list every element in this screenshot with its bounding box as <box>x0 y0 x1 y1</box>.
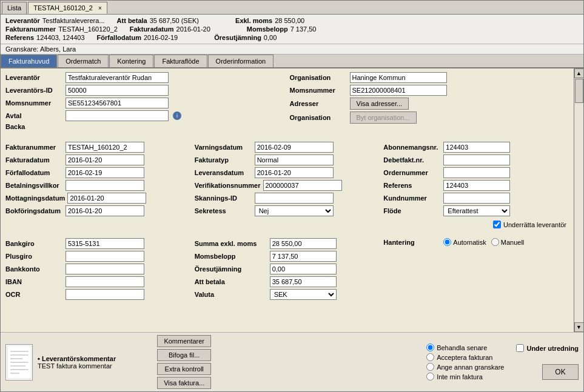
byt-organisation-button[interactable]: Byt organisation... <box>350 111 417 124</box>
fakturadatum-header-value: 2016-01-20 <box>176 25 210 33</box>
tab-ordermatch[interactable]: Ordermatch <box>58 55 109 67</box>
organisation-input[interactable] <box>350 72 447 83</box>
momsnummer-right-label: Momsnummer <box>290 87 347 94</box>
inte-min-faktura-label: Inte min faktura <box>437 373 483 380</box>
oresutjamning-form-input[interactable] <box>270 264 337 274</box>
ange-annan-granskare-label: Ange annan granskare <box>437 364 504 371</box>
bottom-right: Behandla senare Acceptera fakturan Ange … <box>216 335 579 389</box>
debetfakt-input[interactable] <box>443 154 510 165</box>
bottom-left: • Leverantörskommentar TEST faktura komm… <box>5 335 116 389</box>
momsbelopp-form-input[interactable] <box>270 251 337 262</box>
tab-orderinformation[interactable]: Orderinformation <box>208 55 274 67</box>
under-utredning-row[interactable]: Under utredning <box>516 344 579 352</box>
summa-exkl-input[interactable] <box>270 238 337 249</box>
valuta-label: Valuta <box>195 291 267 298</box>
varningsdatum-label: Varningsdatum <box>195 144 252 151</box>
action-radio-group: Behandla senare Acceptera fakturan Ange … <box>426 344 504 380</box>
momsbelopp-form-label: Momsbelopp <box>195 253 267 260</box>
scroll-thumb[interactable] <box>575 79 583 103</box>
varningsdatum-input[interactable] <box>255 142 334 153</box>
ocr-input[interactable] <box>65 289 144 300</box>
avtal-input[interactable] <box>65 110 169 121</box>
referens-form-input[interactable] <box>443 180 510 191</box>
manuell-radio[interactable] <box>491 238 499 246</box>
header-bar: Leverantör Testfakturaleverera... Att be… <box>1 15 583 44</box>
organisation-left-label: Organisation <box>290 114 347 121</box>
bankkonto-input[interactable] <box>65 264 144 274</box>
leverantors-id-input[interactable] <box>65 85 169 96</box>
leveransdatum-input[interactable] <box>255 167 334 178</box>
momsnummer-form-label: Momsnummer <box>5 99 63 107</box>
info-icon[interactable]: i <box>173 111 181 120</box>
fakturanummer-form-input[interactable] <box>65 142 144 153</box>
hantering-label: Hantering <box>383 239 441 246</box>
comment-bullet: • Leverantörskommentar <box>38 355 116 362</box>
tab-close-icon[interactable]: × <box>98 5 102 12</box>
invoice-thumbnail <box>5 344 33 380</box>
sekretess-select[interactable]: Nej Ja <box>255 205 334 216</box>
momsnummer-right-input[interactable] <box>350 85 447 96</box>
kommentarer-button[interactable]: Kommentarer <box>157 335 211 347</box>
ange-annan-granskare-radio[interactable] <box>426 363 434 371</box>
abonnemangsnr-input[interactable] <box>443 142 510 153</box>
extra-kontroll-button[interactable]: Extra kontroll <box>157 363 211 375</box>
bifoga-fil-button[interactable]: Bifoga fil... <box>157 349 211 361</box>
fakturanummer-form-label: Fakturanummer <box>5 144 63 151</box>
comment-area: • Leverantörskommentar TEST faktura komm… <box>38 355 116 370</box>
exkl-moms-label: Exkl. moms <box>235 17 272 24</box>
fakturatyp-input[interactable] <box>255 154 334 165</box>
forfallodatum-header-label: Förfallodatum <box>97 34 141 41</box>
fakturadatum-form-input[interactable] <box>65 154 144 165</box>
ordernummer-input[interactable] <box>443 167 510 178</box>
behandla-senare-radio[interactable] <box>426 344 434 351</box>
tab-lista[interactable]: Lista <box>2 2 27 14</box>
visa-faktura-button[interactable]: Visa faktura... <box>157 377 211 389</box>
granskare-label: Granskare: <box>5 45 38 53</box>
under-utredning-checkbox[interactable] <box>516 344 524 352</box>
att-betala-form-input[interactable] <box>270 276 337 287</box>
plusgiro-input[interactable] <box>65 251 144 262</box>
tab-kontering[interactable]: Kontering <box>109 55 153 67</box>
main-tabs: Fakturahuvud Ordermatch Kontering Faktur… <box>1 55 583 68</box>
kundnummer-input[interactable] <box>443 193 510 204</box>
sekretess-label: Sekretess <box>195 207 252 214</box>
verifikationsnummer-input[interactable] <box>263 180 342 191</box>
acceptera-fakturan-radio[interactable] <box>426 353 434 361</box>
betalningsvillkor-input[interactable] <box>65 180 144 191</box>
tab-fakturaflode[interactable]: Fakturaflöde <box>154 55 207 67</box>
momsnummer-input[interactable] <box>65 98 169 108</box>
tab-active[interactable]: TESTAH_160120_2 × <box>28 2 107 14</box>
main-window: Lista TESTAH_160120_2 × Leverantör Testf… <box>0 0 584 392</box>
ok-button[interactable]: OK <box>542 364 579 380</box>
automatisk-radio[interactable] <box>443 238 451 246</box>
granskare-value: Albers, Lara <box>40 45 76 53</box>
scroll-down-button[interactable]: ▼ <box>574 322 584 332</box>
leverantor-header-value: Testfakturaleverera... <box>42 17 105 24</box>
forfallodatum-form-input[interactable] <box>65 167 144 178</box>
scroll-up-button[interactable]: ▲ <box>574 68 584 78</box>
inte-min-faktura-radio[interactable] <box>426 373 434 380</box>
referens-header-value: 124403, 124403 <box>36 34 85 41</box>
plusgiro-label: Plusgiro <box>5 253 63 260</box>
comment-text: TEST faktura kommentar <box>38 362 112 370</box>
summa-exkl-label: Summa exkl. moms <box>195 240 267 247</box>
organisation-form-label: Organisation <box>290 74 347 81</box>
flode-select[interactable]: Efterattest <box>443 205 510 216</box>
visa-adresser-button[interactable]: Visa adresser... <box>350 98 409 110</box>
forfallodatum-header-value: 2016-02-19 <box>144 34 178 41</box>
iban-input[interactable] <box>65 276 144 287</box>
under-utredning-label: Under utredning <box>526 345 579 352</box>
kundnummer-label: Kundnummer <box>383 194 441 202</box>
bokforingsdatum-input[interactable] <box>65 205 144 216</box>
mottagningsdatum-input[interactable] <box>67 193 146 204</box>
bankgiro-input[interactable] <box>65 238 144 249</box>
oresutjamning-header-label: Öresutjämning <box>214 34 261 41</box>
skannings-id-label: Skannings-ID <box>195 194 252 202</box>
valuta-select[interactable]: SEK <box>270 289 337 300</box>
skannings-id-input[interactable] <box>255 193 334 204</box>
bankkonto-label: Bankkonto <box>5 265 63 273</box>
abonnemangsnr-label: Abonnemangsnr. <box>383 144 441 151</box>
leverantor-input[interactable] <box>65 72 169 83</box>
underratta-checkbox[interactable] <box>493 221 501 228</box>
tab-fakturahuvud[interactable]: Fakturahuvud <box>1 55 57 67</box>
